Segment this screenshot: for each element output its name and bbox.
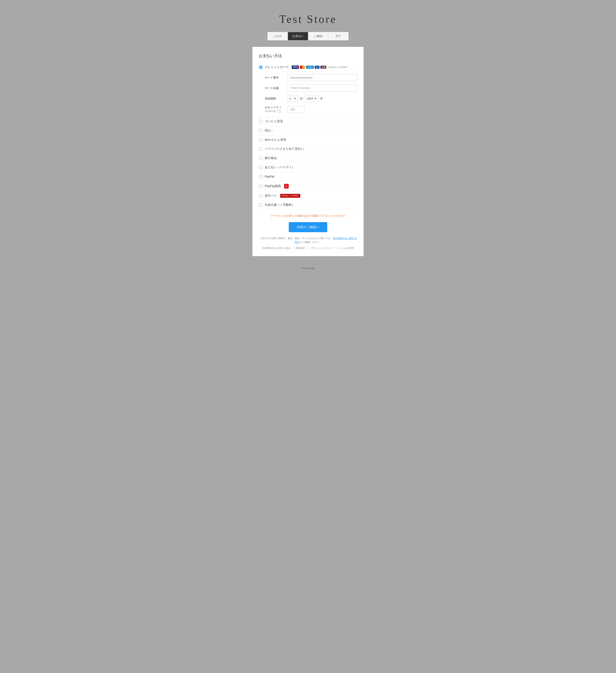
d-payment-radio[interactable]: [259, 129, 263, 133]
card-name-input[interactable]: [287, 84, 357, 91]
card-number-input[interactable]: [287, 74, 357, 81]
footer-link-faq[interactable]: よくある質問: [340, 247, 354, 249]
d-payment-label: d払い: [265, 129, 273, 133]
rakuten-option[interactable]: 楽天ペイ ¥100以上で利用可: [259, 191, 357, 201]
security-help-icon[interactable]: ?: [278, 109, 281, 113]
expiry-controls: 1234 5678 9101112 月/ 2024202520262027 20…: [287, 95, 357, 102]
step-payment[interactable]: お支払い: [288, 32, 308, 40]
section-title: お支払い方法: [259, 53, 357, 58]
cod-radio[interactable]: [259, 203, 263, 207]
expiry-month-select[interactable]: 1234 5678 9101112: [287, 95, 298, 102]
card-note: ¥100以上で利用可: [328, 66, 347, 69]
softbank-radio[interactable]: [259, 147, 263, 151]
mastercard-badge: [300, 65, 305, 69]
payment-card: お支払い方法 クレジットカード VISA AMEX DC JCB ¥100以上で…: [252, 47, 364, 256]
paypal-radio[interactable]: [259, 175, 263, 179]
security-input[interactable]: [287, 106, 305, 113]
paidy-option[interactable]: あと払い（ペイディ）: [259, 163, 357, 172]
expiry-row: 有効期限 1234 5678 9101112 月/ 20242025202620…: [265, 95, 357, 102]
footer-link-terms[interactable]: 利用規約: [296, 247, 305, 249]
step-input[interactable]: ご入力: [268, 32, 288, 40]
bank-option[interactable]: 銀行振込: [259, 154, 357, 163]
footer-link-privacy[interactable]: プライバシーポリシー: [311, 247, 334, 249]
step-confirm[interactable]: ご確認: [308, 32, 329, 40]
au-option[interactable]: auかんたん決済: [259, 135, 357, 145]
bank-label: 銀行振込: [265, 156, 277, 160]
year-suffix: 年: [320, 97, 323, 100]
paypay-label: PayPay残高: [265, 184, 281, 188]
credit-card-radio[interactable]: [259, 65, 263, 69]
steps-navigation: ご入力 お支払い ご確認 完了: [267, 32, 349, 40]
paypay-icon: P: [284, 184, 289, 189]
card-name-row: カード名義: [265, 84, 357, 91]
security-row: セキュリティーコード ?: [265, 105, 357, 113]
diners-badge: DC: [315, 66, 320, 69]
card-name-label: カード名義: [265, 86, 284, 90]
rakuten-radio[interactable]: [259, 194, 263, 198]
month-slash: 月/: [300, 97, 303, 100]
paypay-radio[interactable]: [259, 184, 263, 188]
rakuten-label: 楽天ペイ: [265, 194, 277, 198]
footer-note: ご注文の引き渡し時期や、返品・返金、キャンセルなどに関しては、 特定商取引法に関…: [259, 236, 357, 244]
cod-option[interactable]: 代金引換（＋手数料）: [259, 201, 357, 210]
credit-card-form: カード番号 カード名義 有効期限 1234 5678 9101112 月/ 20…: [265, 74, 357, 113]
au-label: auかんたん決済: [265, 138, 286, 142]
paypal-option[interactable]: PayPal: [259, 172, 357, 181]
card-badges: VISA AMEX DC JCB ¥100以上で利用可: [292, 65, 348, 69]
d-payment-option[interactable]: d払い: [259, 126, 357, 135]
expiry-label: 有効期限: [265, 97, 284, 100]
convenience-label: コンビニ決済: [265, 120, 283, 123]
jcb-badge: JCB: [320, 66, 326, 69]
card-number-row: カード番号: [265, 74, 357, 81]
expiry-year-select[interactable]: 2024202520262027 202820292030: [305, 95, 318, 102]
paidy-radio[interactable]: [259, 166, 263, 169]
convenience-option[interactable]: コンビニ決済: [259, 117, 357, 126]
security-label: セキュリティーコード ?: [265, 105, 284, 113]
cod-label: 代金引換（＋手数料）: [265, 203, 295, 207]
footer-link-tokusho[interactable]: 特定商取引法に関する表記: [262, 247, 290, 249]
paypay-option[interactable]: PayPay残高 P: [259, 181, 357, 191]
amex-badge: AMEX: [306, 66, 314, 69]
confirm-button[interactable]: 内容のご確認へ: [289, 222, 327, 232]
card-number-label: カード番号: [265, 76, 284, 79]
au-radio[interactable]: [259, 138, 263, 142]
credit-card-label: クレジットカード: [265, 65, 289, 69]
paidy-label: あと払い（ペイディ）: [265, 166, 295, 169]
coupon-text: クーポンをお持ちの場合は次の画面で入力いただけます: [259, 214, 357, 218]
convenience-radio[interactable]: [259, 120, 263, 123]
store-title: Test Store: [279, 13, 337, 25]
softbank-label: ソフトバンクまとめて支払い: [265, 147, 304, 151]
paypal-label: PayPal: [265, 175, 274, 178]
softbank-option[interactable]: ソフトバンクまとめて支払い: [259, 145, 357, 154]
rakuten-badge: ¥100以上で利用可: [280, 194, 300, 198]
visa-badge: VISA: [292, 65, 299, 69]
footer-links: 特定商取引法に関する表記 / 利用規約 / プライバシーポリシー / よくある質…: [259, 246, 357, 250]
bank-radio[interactable]: [259, 156, 263, 160]
step-complete[interactable]: 完了: [328, 32, 348, 40]
page-footer: Powered by: [301, 267, 315, 270]
credit-card-option[interactable]: クレジットカード VISA AMEX DC JCB ¥100以上で利用可: [259, 63, 357, 72]
